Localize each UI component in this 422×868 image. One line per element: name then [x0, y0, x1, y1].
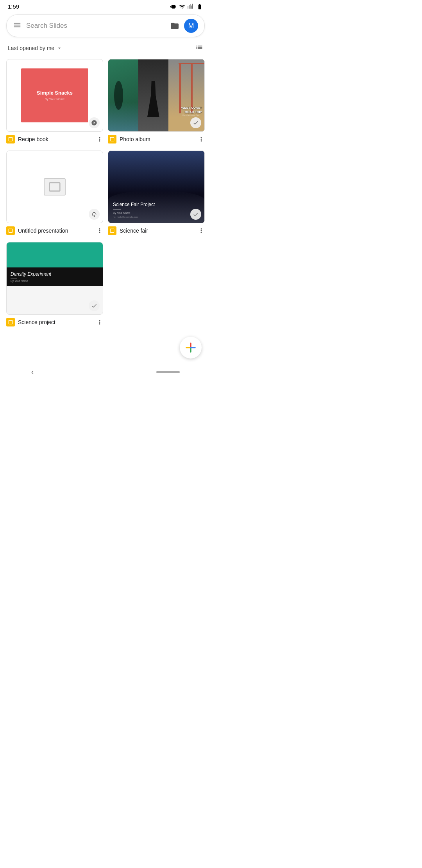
slides-icon-density — [6, 318, 15, 326]
slides-icon-untitled — [6, 226, 15, 235]
card-untitled[interactable]: Untitled presentation — [6, 151, 103, 236]
slides-icon-science-fair — [108, 226, 116, 235]
thumbnail-science-fair[interactable]: Science Fair Project By Your Name no_rep… — [108, 151, 205, 223]
card-info-recipe: Recipe book — [6, 134, 103, 144]
fab-container — [0, 334, 211, 365]
card-info-science-fair: Science fair — [108, 226, 205, 236]
density-teal — [7, 242, 103, 267]
science-sub: By Your Name — [113, 212, 200, 214]
science-title: Science Fair Project — [113, 202, 200, 208]
card-title-science-fair: Science fair — [120, 227, 195, 234]
new-presentation-fab[interactable] — [180, 337, 202, 359]
density-black: Density Experiment By Your Name — [7, 267, 103, 286]
slides-icon-recipe — [6, 135, 15, 143]
search-input[interactable]: Search Slides — [26, 22, 165, 30]
sort-bar: Last opened by me — [0, 37, 211, 56]
list-view-icon[interactable] — [195, 43, 203, 53]
density-title: Density Experiment — [11, 271, 99, 277]
sync-badge-science — [190, 209, 201, 220]
sync-badge-recipe — [89, 117, 100, 128]
presentations-grid: Simple Snacks By Your Name Recipe book — [0, 56, 211, 242]
sync-badge-untitled — [89, 209, 100, 220]
bottom-nav: ‹ — [0, 365, 211, 381]
card-photo-album[interactable]: WEST COASTROAD TRIP Your Name • Sep... P… — [108, 59, 205, 144]
status-time: 1:59 — [8, 3, 19, 10]
more-menu-untitled[interactable] — [96, 227, 103, 234]
slides-icon-photo — [108, 135, 116, 143]
card-info-density: Science project — [6, 317, 103, 327]
card-title-photo: Photo album — [120, 136, 195, 143]
sort-label[interactable]: Last opened by me — [8, 45, 62, 51]
more-menu-science-fair[interactable] — [198, 227, 205, 234]
vibrate-icon — [170, 4, 177, 10]
sync-badge-photo — [190, 117, 201, 128]
battery-icon — [196, 4, 203, 10]
avatar[interactable]: M — [184, 19, 198, 33]
card-info-photo: Photo album — [108, 134, 205, 144]
empty-cell — [108, 242, 205, 327]
science-email: no_reply@example.com — [113, 216, 200, 218]
more-menu-photo[interactable] — [198, 136, 205, 143]
density-sub: By Your Name — [11, 280, 99, 282]
card-title-recipe: Recipe book — [18, 136, 93, 143]
thumbnail-untitled[interactable] — [6, 151, 103, 223]
signal-icon — [188, 4, 194, 10]
card-recipe-book[interactable]: Simple Snacks By Your Name Recipe book — [6, 59, 103, 144]
card-info-untitled: Untitled presentation — [6, 226, 103, 236]
recipe-cover-sub: By Your Name — [45, 97, 64, 101]
density-line — [11, 278, 17, 278]
sync-badge-density — [89, 300, 100, 311]
status-icons — [170, 4, 203, 10]
card-science-fair[interactable]: Science Fair Project By Your Name no_rep… — [108, 151, 205, 236]
card-science-project[interactable]: Density Experiment By Your Name Science … — [6, 242, 103, 327]
card-title-untitled: Untitled presentation — [18, 227, 93, 234]
more-menu-recipe[interactable] — [96, 136, 103, 143]
science-content: Science Fair Project By Your Name no_rep… — [113, 202, 200, 218]
bottom-grid: Density Experiment By Your Name Science … — [0, 242, 211, 334]
nav-home-pill[interactable] — [156, 371, 180, 373]
recipe-cover-title: Simple Snacks — [37, 90, 73, 96]
search-bar[interactable]: Search Slides M — [6, 14, 205, 37]
folder-button[interactable] — [170, 21, 179, 30]
google-plus-icon — [186, 343, 196, 353]
thumbnail-recipe[interactable]: Simple Snacks By Your Name — [6, 59, 103, 132]
back-button[interactable]: ‹ — [31, 368, 34, 376]
status-bar: 1:59 — [0, 0, 211, 11]
untitled-placeholder-icon — [44, 178, 66, 195]
science-line — [113, 210, 121, 210]
thumbnail-photo[interactable]: WEST COASTROAD TRIP Your Name • Sep... — [108, 59, 205, 132]
card-title-density: Science project — [18, 319, 93, 326]
thumbnail-density[interactable]: Density Experiment By Your Name — [6, 242, 103, 315]
hamburger-icon[interactable] — [13, 21, 21, 31]
wifi-icon — [179, 4, 185, 10]
recipe-cover: Simple Snacks By Your Name — [21, 68, 88, 122]
more-menu-density[interactable] — [96, 319, 103, 326]
